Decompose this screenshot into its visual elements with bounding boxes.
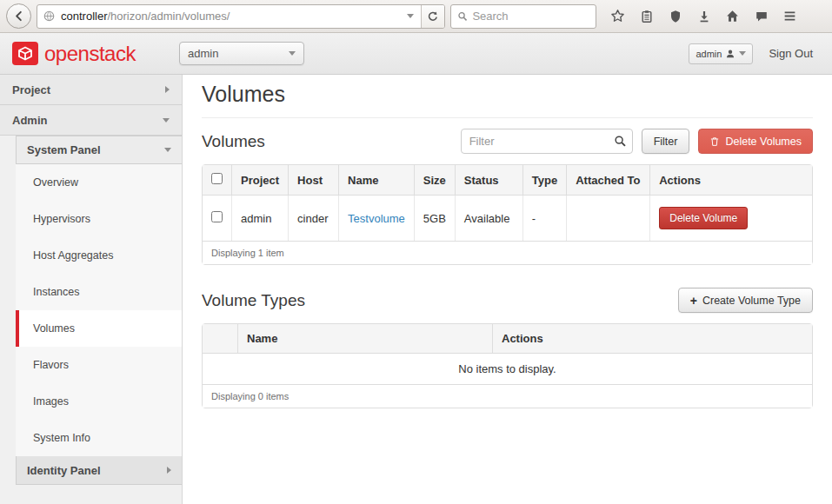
- home-button[interactable]: [718, 3, 747, 30]
- header-right: admin Sign Out: [689, 43, 820, 64]
- volumes-section-head: Volumes Filter Delete Volumes: [202, 129, 813, 154]
- filter-input-wrap: [461, 129, 633, 154]
- screen: controller/horizon/admin/volumes/: [0, 0, 832, 504]
- sidebar-item-label: Images: [33, 395, 69, 408]
- user-menu-label: admin: [696, 49, 722, 59]
- toolbar-icons: [603, 3, 804, 30]
- column-header-type[interactable]: Type: [522, 165, 566, 196]
- sidebar-system-panel-header[interactable]: System Panel: [16, 136, 182, 164]
- sidebar-item-label: Volumes: [33, 322, 75, 335]
- cell-project: admin: [231, 196, 288, 241]
- search-icon: [457, 10, 468, 23]
- url-dropdown-caret[interactable]: [400, 5, 421, 28]
- volumes-section-title: Volumes: [202, 132, 265, 151]
- sidebar-item-flavors[interactable]: Flavors: [16, 347, 182, 383]
- filter-input[interactable]: [461, 129, 633, 154]
- browser-search-input[interactable]: [472, 10, 589, 23]
- sidebar-item-host-aggregates[interactable]: Host Aggregates: [16, 237, 182, 274]
- delete-volume-button[interactable]: Delete Volume: [659, 207, 748, 229]
- filter-search-icon: [614, 135, 627, 151]
- column-header-host[interactable]: Host: [288, 165, 338, 196]
- create-volume-type-label: Create Volume Type: [702, 295, 801, 307]
- filter-button[interactable]: Filter: [642, 129, 690, 154]
- back-button[interactable]: [6, 3, 31, 29]
- column-header-name[interactable]: Name: [338, 165, 414, 196]
- chevron-right-icon: [165, 86, 170, 93]
- sidebar-section-project[interactable]: Project: [0, 75, 182, 105]
- system-panel-label: System Panel: [27, 143, 101, 156]
- reload-button[interactable]: [421, 5, 444, 28]
- column-header-project[interactable]: Project: [231, 165, 288, 196]
- table-row: admin cinder Testvolume 5GB Available - …: [203, 196, 812, 241]
- page-title: Volumes: [202, 82, 813, 118]
- project-selector-value: admin: [188, 47, 218, 60]
- app-header: openstack admin admin Sign Out: [0, 33, 832, 75]
- sidebar-item-hypervisors[interactable]: Hypervisors: [16, 201, 182, 237]
- sidebar-admin-panel: System Panel Overview Hypervisors Host A…: [16, 136, 182, 485]
- chat-button[interactable]: [747, 3, 775, 30]
- column-header-actions: Actions: [492, 324, 812, 354]
- sign-out-link[interactable]: Sign Out: [769, 47, 820, 60]
- user-icon: [725, 49, 735, 59]
- chevron-down-icon: [164, 148, 171, 152]
- sidebar-section-label: Project: [12, 83, 50, 96]
- delete-volumes-button[interactable]: Delete Volumes: [698, 129, 813, 154]
- volumes-table-footer: Displaying 1 item: [203, 241, 812, 264]
- volume-name-link[interactable]: Testvolume: [348, 212, 405, 225]
- cell-attached-to: [566, 196, 649, 241]
- globe-icon: [37, 10, 61, 23]
- menu-button[interactable]: [775, 3, 804, 30]
- chevron-down-icon: [739, 51, 746, 56]
- create-volume-type-button[interactable]: + Create Volume Type: [678, 288, 813, 313]
- column-header-status[interactable]: Status: [455, 165, 522, 196]
- main-content: Volumes Volumes Filter Delete Volumes: [183, 75, 832, 504]
- sidebar-item-volumes[interactable]: Volumes: [16, 310, 182, 347]
- sidebar-item-label: Hypervisors: [33, 213, 90, 225]
- security-shield-button[interactable]: [661, 3, 689, 30]
- reload-icon: [427, 10, 439, 23]
- select-all-cell: [203, 165, 231, 196]
- chat-bubble-icon: [755, 10, 769, 23]
- chevron-down-icon: [289, 51, 296, 56]
- volumes-table-footer-text: Displaying 1 item: [203, 241, 812, 264]
- chevron-down-icon: [407, 14, 414, 18]
- sidebar-identity-panel-header[interactable]: Identity Panel: [16, 456, 182, 485]
- downloads-button[interactable]: [689, 3, 718, 30]
- sidebar-section-admin[interactable]: Admin: [0, 105, 182, 136]
- cell-name: Testvolume: [338, 196, 414, 241]
- bookmarks-menu-button[interactable]: [632, 3, 661, 30]
- select-all-cell: [203, 324, 237, 354]
- row-checkbox[interactable]: [211, 211, 223, 222]
- column-header-name[interactable]: Name: [237, 324, 492, 354]
- cell-type: -: [522, 196, 566, 241]
- bookmark-star-button[interactable]: [603, 3, 632, 30]
- project-selector[interactable]: admin: [179, 42, 304, 65]
- trash-icon: [709, 136, 720, 147]
- volume-types-header-row: Name Actions: [203, 324, 812, 354]
- cell-host: cinder: [288, 196, 338, 241]
- url-bar[interactable]: controller/horizon/admin/volumes/: [37, 4, 445, 29]
- column-header-size[interactable]: Size: [414, 165, 455, 196]
- sidebar-item-overview[interactable]: Overview: [16, 164, 182, 201]
- volume-types-footer-text: Displaying 0 items: [203, 384, 812, 408]
- cell-status: Available: [455, 196, 522, 241]
- openstack-logo: openstack: [12, 42, 179, 66]
- sidebar-item-images[interactable]: Images: [16, 383, 182, 420]
- volume-types-actions: + Create Volume Type: [678, 288, 813, 313]
- empty-message: No items to display.: [203, 354, 812, 384]
- sidebar-item-instances[interactable]: Instances: [16, 274, 182, 310]
- volumes-table: Project Host Name Size Status Type Attac…: [202, 164, 813, 265]
- brand-name: openstack: [44, 42, 136, 66]
- user-menu-button[interactable]: admin: [689, 43, 753, 64]
- clipboard-icon: [640, 10, 654, 23]
- select-all-checkbox[interactable]: [211, 173, 223, 184]
- sidebar-item-label: Instances: [33, 286, 80, 298]
- volumes-table-header-row: Project Host Name Size Status Type Attac…: [203, 165, 812, 196]
- column-header-attached-to[interactable]: Attached To: [566, 165, 649, 196]
- url-path: /horizon/admin/volumes/: [107, 10, 230, 23]
- sidebar-nav-items: Overview Hypervisors Host Aggregates Ins…: [16, 164, 182, 456]
- sidebar-item-label: Flavors: [33, 359, 69, 371]
- sidebar-item-system-info[interactable]: System Info: [16, 420, 182, 456]
- browser-search[interactable]: [450, 4, 596, 29]
- volumes-table-actions: Filter Delete Volumes: [461, 129, 813, 154]
